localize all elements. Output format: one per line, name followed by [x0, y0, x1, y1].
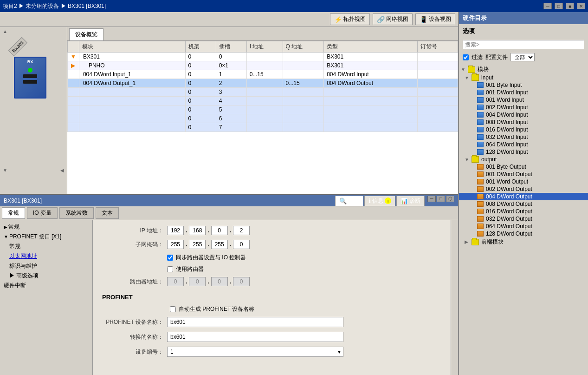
- output-expand-arrow: ▼: [465, 157, 470, 162]
- tab-text[interactable]: 文本: [96, 207, 119, 219]
- nav-profinet[interactable]: ▼ PROFINET 接口 [X1]: [0, 232, 92, 242]
- converted-name-label: 转换的名称：: [102, 333, 167, 341]
- sync-router-checkbox[interactable]: [167, 255, 173, 261]
- config-select[interactable]: 全部: [510, 53, 535, 61]
- subnet-label: 子网掩码：: [102, 241, 167, 249]
- tab-normal[interactable]: 常规: [2, 207, 25, 219]
- ip-part-3[interactable]: [211, 226, 228, 235]
- tab-properties-button[interactable]: 🔍 属性: [335, 196, 363, 206]
- tree-item-016-dword-input[interactable]: 016 DWord Input: [459, 126, 588, 133]
- 064-dword-input-icon: [477, 142, 484, 147]
- subnet-part-3[interactable]: [211, 240, 228, 249]
- table-row[interactable]: 004 DWord Input_1010...15004 DWord Input: [68, 70, 458, 79]
- filter-checkbox[interactable]: [463, 54, 469, 60]
- sync-router-row: 同步路由器设置与 IO 控制器: [167, 254, 441, 262]
- table-row[interactable]: 04: [68, 97, 458, 105]
- table-row[interactable]: 06: [68, 114, 458, 123]
- tree-item-128-dword-output[interactable]: 128 DWord Output: [459, 230, 588, 237]
- tree-item-001-dword-input[interactable]: 001 DWord Input: [459, 89, 588, 96]
- tree-item-004-dword-input[interactable]: 004 DWord Input: [459, 111, 588, 118]
- tree-item-001-byte-output[interactable]: 001 Byte Output: [459, 163, 588, 171]
- tree-item-002-dword-output[interactable]: 002 DWord Output: [459, 185, 588, 193]
- bottom-minimize-button[interactable]: ─: [427, 196, 436, 202]
- word-input-icon: [477, 97, 484, 103]
- tree-item-008-dword-output[interactable]: 008 DWord Output: [459, 200, 588, 208]
- tab-device-overview[interactable]: 设备概览: [69, 28, 103, 40]
- maximize-button[interactable]: ■: [566, 3, 574, 9]
- filter-label: 过滤: [472, 53, 483, 61]
- subnet-part-4[interactable]: [233, 240, 250, 249]
- 002-dword-input-icon: [477, 105, 484, 110]
- network-view-button[interactable]: 🔗 网络视图: [373, 13, 413, 25]
- restore-button[interactable]: □: [555, 3, 563, 9]
- 004-dword-input-icon: [477, 112, 484, 118]
- bottom-right-scrollbar[interactable]: [451, 220, 458, 375]
- use-router-checkbox[interactable]: [167, 266, 173, 272]
- tree-item-032-dword-input[interactable]: 032 DWord Input: [459, 133, 588, 141]
- ip-part-2[interactable]: [189, 226, 206, 235]
- bottom-restore-button[interactable]: □: [437, 196, 445, 202]
- search-input[interactable]: [463, 40, 584, 49]
- output-folder-icon: [472, 156, 479, 163]
- scroll-up-arrow[interactable]: ▲: [2, 28, 8, 35]
- nav-ethernet-address[interactable]: 以太网地址: [0, 251, 92, 261]
- tab-diagnostics-button[interactable]: 📊 诊断: [396, 196, 425, 206]
- nav-hardware-interrupt[interactable]: 硬件中断: [0, 281, 92, 290]
- tree-item-001-dword-output[interactable]: 001 DWord Output: [459, 171, 588, 178]
- tree-item-001-word-input[interactable]: 001 Word Input: [459, 96, 588, 104]
- subnet-part-2[interactable]: [189, 240, 206, 249]
- tree-item-002-dword-input[interactable]: 002 DWord Input: [459, 104, 588, 111]
- device-view-button[interactable]: 📱 设备视图: [415, 13, 455, 25]
- info-badge: i: [385, 197, 391, 204]
- 032-dword-input-icon: [477, 134, 484, 140]
- tab-io-variables[interactable]: IO 变量: [27, 207, 58, 219]
- tree-node-output[interactable]: ▼ output: [459, 156, 588, 163]
- tree-item-016-dword-output[interactable]: 016 DWord Output: [459, 208, 588, 215]
- nav-normal[interactable]: ▶ 常规: [0, 222, 92, 232]
- tree-item-032-dword-output[interactable]: 032 DWord Output: [459, 215, 588, 223]
- table-row[interactable]: ▼BX30100BX301: [68, 53, 458, 61]
- table-row[interactable]: 03: [68, 88, 458, 97]
- tab-system-constants[interactable]: 系统常数: [59, 207, 94, 219]
- subnet-input-group: . . .: [167, 240, 250, 249]
- nav-ident-maintenance[interactable]: 标识与维护: [0, 261, 92, 271]
- close-button[interactable]: ✕: [577, 3, 585, 9]
- tree-item-004-dword-output[interactable]: 004 DWord Output: [459, 193, 588, 200]
- profinet-name-row: PROFINET 设备名称：: [102, 317, 441, 327]
- minimize-button[interactable]: ─: [543, 3, 552, 9]
- profinet-title: PROFINET: [102, 294, 441, 301]
- tree-item-001-word-output[interactable]: 001 Word Output: [459, 178, 588, 185]
- tree-node-input[interactable]: ▼ input: [459, 74, 588, 81]
- router-part-4[interactable]: [233, 277, 250, 286]
- nav-general[interactable]: 常规: [0, 242, 92, 251]
- router-part-2[interactable]: [189, 277, 206, 286]
- table-row[interactable]: 004 DWord Output_1020...15004 DWord Outp…: [68, 79, 458, 88]
- tab-information-button[interactable]: ℹ 信息 i: [364, 196, 395, 206]
- sidebar-title: 硬件目录: [459, 12, 588, 24]
- router-part-1[interactable]: [167, 277, 184, 286]
- tree-item-128-dword-input[interactable]: 128 DWord Input: [459, 148, 588, 156]
- tree-node-modules[interactable]: ▼ 模块: [459, 65, 588, 74]
- ip-part-4[interactable]: [233, 226, 250, 235]
- auto-generate-checkbox[interactable]: [170, 306, 176, 312]
- tree-item-001-byte-input[interactable]: 001 Byte Input: [459, 81, 588, 89]
- ip-input-group: . . .: [167, 226, 250, 235]
- subnet-part-1[interactable]: [167, 240, 184, 249]
- tree-item-064-dword-input[interactable]: 064 DWord Input: [459, 141, 588, 148]
- tree-node-frontend[interactable]: ▶ 前端模块: [459, 237, 588, 246]
- table-row[interactable]: 07: [68, 123, 458, 132]
- router-part-3[interactable]: [211, 277, 228, 286]
- tree-item-008-dword-input[interactable]: 008 DWord Input: [459, 118, 588, 126]
- device-number-select[interactable]: 1: [167, 347, 343, 357]
- nav-advanced-options[interactable]: ▶ 高级选项: [0, 271, 92, 281]
- table-row[interactable]: 05: [68, 105, 458, 114]
- converted-name-input[interactable]: [167, 332, 343, 342]
- topology-view-button[interactable]: ⚡ 拓扑视图: [330, 13, 370, 25]
- bottom-float-button[interactable]: ⬡: [446, 196, 454, 202]
- nav-icon[interactable]: ◀: [59, 167, 65, 174]
- ip-part-1[interactable]: [167, 226, 184, 235]
- scroll-down-arrow[interactable]: ▼: [2, 167, 8, 174]
- profinet-name-input[interactable]: [167, 317, 343, 327]
- tree-item-064-dword-output[interactable]: 064 DWord Output: [459, 223, 588, 230]
- table-row[interactable]: ▶PNHO00×1BX301: [68, 61, 458, 70]
